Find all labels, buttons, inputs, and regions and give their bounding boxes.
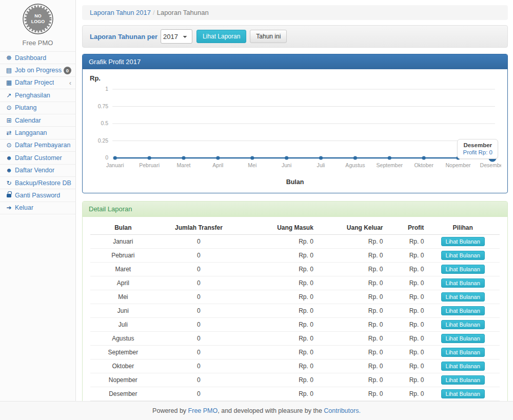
money-icon: ⊙: [5, 142, 13, 149]
money-icon: ⊙: [5, 104, 13, 111]
cell-bulan: Juli: [90, 318, 156, 332]
view-monthly-button[interactable]: Lihat Bulanan: [441, 348, 485, 357]
chart-line-icon: ↗: [5, 92, 13, 99]
sidebar-item-job-on-progress[interactable]: ▤Job on Progress0: [0, 64, 75, 76]
view-monthly-button[interactable]: Lihat Bulanan: [441, 362, 485, 371]
logo-box: NO LOGO Free PMO: [0, 0, 75, 51]
data-point-agustus[interactable]: [353, 156, 357, 159]
year-select[interactable]: 2017: [161, 29, 192, 44]
main-content: Laporan Tahun 2017/Laporan Tahunan Lapor…: [76, 0, 513, 401]
data-point-april[interactable]: [216, 156, 220, 159]
cell-uang_masuk: Rp. 0: [242, 304, 315, 318]
view-monthly-button[interactable]: Lihat Bulanan: [441, 320, 485, 329]
view-monthly-button[interactable]: Lihat Bulanan: [441, 375, 485, 385]
footer-text: Powered by Free PMO, and developed with …: [152, 407, 361, 414]
sidebar-item-calendar[interactable]: ⊞Calendar: [0, 114, 75, 127]
view-monthly-button[interactable]: Lihat Bulanan: [441, 389, 485, 398]
data-point-juli[interactable]: [319, 156, 323, 159]
cell-bulan: Maret: [90, 263, 156, 276]
sidebar-item-penghasilan[interactable]: ↗Penghasilan: [0, 89, 75, 102]
x-tick-label: Mei: [248, 162, 256, 168]
brand-name: Free PMO: [0, 39, 75, 47]
sidebar-item-daftar-pembayaran[interactable]: ⊙Daftar Pembayaran: [0, 139, 75, 152]
sidebar-item-label: Job on Progress: [15, 67, 62, 74]
sidebar-item-label: Ganti Password: [15, 192, 60, 199]
report-filter-bar: Laporan Tahunan per 2017 Lihat Laporan T…: [82, 25, 508, 48]
calendar-icon: ⊞: [5, 117, 13, 124]
data-point-maret[interactable]: [182, 156, 185, 159]
this-year-button[interactable]: Tahun ini: [250, 30, 287, 43]
cell-profit: Rp. 0: [385, 304, 426, 318]
data-point-juni[interactable]: [285, 156, 288, 159]
exchange-icon: ⇄: [5, 129, 13, 136]
view-monthly-button[interactable]: Lihat Bulanan: [441, 278, 485, 288]
data-point-mei[interactable]: [250, 156, 254, 159]
view-monthly-button[interactable]: Lihat Bulanan: [441, 334, 485, 343]
report-table-wrap: BulanJumlah TransferUang MasukUang Kelua…: [83, 217, 507, 420]
table-row: Nopember0Rp. 0Rp. 0Rp. 0Lihat Bulanan: [90, 373, 500, 387]
cell-uang_keluar: Rp. 0: [315, 276, 385, 290]
breadcrumb-link[interactable]: Laporan Tahun 2017: [90, 9, 151, 16]
chart-panel-title: Grafik Profit 2017: [83, 54, 507, 69]
view-monthly-button[interactable]: Lihat Bulanan: [441, 306, 485, 315]
sidebar-item-daftar-vendor[interactable]: ☻Daftar Vendor: [0, 165, 75, 177]
dashboard-icon: ☸: [5, 54, 13, 62]
cell-profit: Rp. 0: [385, 263, 426, 276]
view-monthly-button[interactable]: Lihat Bulanan: [441, 292, 485, 302]
column-header-jumlah-transfer: Jumlah Transfer: [156, 221, 242, 235]
view-report-button[interactable]: Lihat Laporan: [196, 30, 246, 43]
cell-uang_keluar: Rp. 0: [315, 387, 385, 401]
cell-jumlah_transfer: 0: [156, 235, 242, 249]
data-point-september[interactable]: [388, 156, 391, 159]
sidebar-item-langganan[interactable]: ⇄Langganan: [0, 127, 75, 139]
column-header-pilihan: Pilihan: [426, 221, 500, 235]
cell-uang_masuk: Rp. 0: [242, 249, 315, 263]
cell-uang_masuk: Rp. 0: [242, 318, 315, 332]
chevron-left-icon: ‹: [69, 79, 71, 86]
sidebar-item-ganti-password[interactable]: Ganti Password: [0, 189, 75, 202]
sidebar-item-keluar[interactable]: ➔Keluar: [0, 202, 75, 214]
cell-uang_keluar: Rp. 0: [315, 346, 385, 359]
cell-uang_masuk: Rp. 0: [242, 387, 315, 401]
sidebar-item-label: Piutang: [15, 104, 36, 111]
sidebar-item-backup-restore-db[interactable]: ↻Backup/Restore DB: [0, 177, 75, 189]
data-point-oktober[interactable]: [422, 156, 426, 159]
footer-link-contributors[interactable]: Contributors.: [324, 407, 361, 414]
table-row: Maret0Rp. 0Rp. 0Rp. 0Lihat Bulanan: [90, 263, 500, 276]
x-tick-label: Nopember: [445, 162, 471, 168]
sidebar-item-label: Daftar Pembayaran: [15, 142, 70, 149]
sidebar-item-dashboard[interactable]: ☸Dashboard: [0, 52, 75, 64]
y-tick-label: 1: [105, 86, 108, 92]
table-row: Pebruari0Rp. 0Rp. 0Rp. 0Lihat Bulanan: [90, 249, 500, 263]
table-row: Agustus0Rp. 0Rp. 0Rp. 0Lihat Bulanan: [90, 332, 500, 346]
footer-link-freepmo[interactable]: Free PMO: [188, 407, 218, 414]
sidebar-item-label: Daftar Vendor: [15, 167, 54, 174]
x-tick-label: Maret: [177, 162, 191, 168]
cell-uang_masuk: Rp. 0: [242, 346, 315, 359]
column-header-uang-masuk: Uang Masuk: [242, 221, 315, 235]
footer: Powered by Free PMO, and developed with …: [0, 401, 513, 420]
logo-line2: LOGO: [31, 19, 45, 24]
tooltip-value: Profit Rp: 0: [463, 149, 492, 155]
cell-bulan: April: [90, 276, 156, 290]
view-monthly-button[interactable]: Lihat Bulanan: [441, 251, 485, 260]
sidebar-item-daftar-project[interactable]: ▦Daftar Project‹: [0, 77, 75, 89]
data-point-pebruari[interactable]: [148, 156, 151, 159]
cell-uang_keluar: Rp. 0: [315, 235, 385, 249]
breadcrumb: Laporan Tahun 2017/Laporan Tahunan: [82, 5, 508, 20]
data-point-januari[interactable]: [113, 156, 117, 159]
cell-pilihan: Lihat Bulanan: [426, 276, 500, 290]
refresh-icon: ↻: [5, 179, 13, 187]
cell-uang_masuk: Rp. 0: [242, 373, 315, 387]
sign-out-icon: ➔: [5, 204, 13, 211]
cell-pilihan: Lihat Bulanan: [426, 263, 500, 276]
x-tick-label: Juni: [282, 162, 291, 168]
sidebar-item-piutang[interactable]: ⊙Piutang: [0, 102, 75, 114]
view-monthly-button[interactable]: Lihat Bulanan: [441, 237, 485, 246]
cell-uang_keluar: Rp. 0: [315, 373, 385, 387]
cell-uang_keluar: Rp. 0: [315, 304, 385, 318]
cell-bulan: Juni: [90, 304, 156, 318]
table-row: Mei0Rp. 0Rp. 0Rp. 0Lihat Bulanan: [90, 290, 500, 304]
view-monthly-button[interactable]: Lihat Bulanan: [441, 265, 485, 274]
sidebar-item-daftar-customer[interactable]: ☻Daftar Customer: [0, 152, 75, 164]
